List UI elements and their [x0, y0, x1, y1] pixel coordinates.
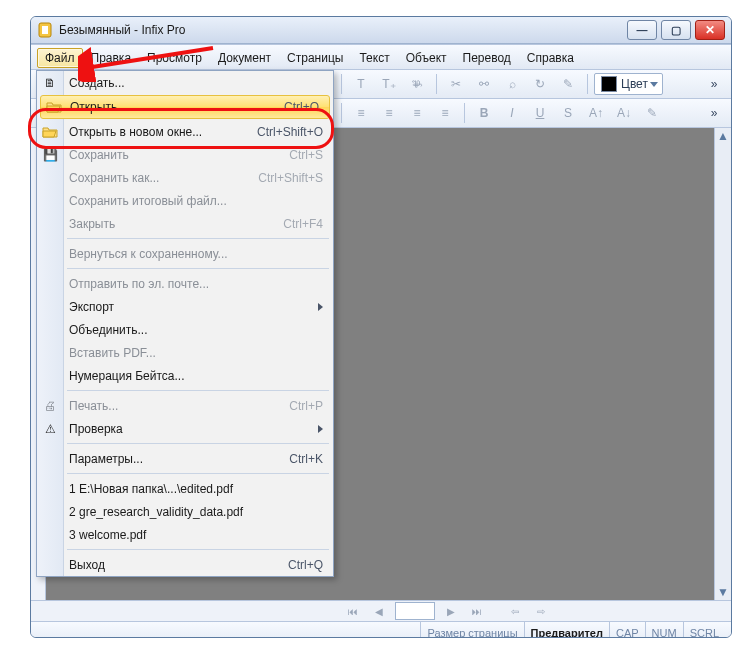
highlight-icon[interactable]: ✎	[639, 101, 665, 125]
underline-icon[interactable]: U	[527, 101, 553, 125]
save-icon: 💾	[41, 146, 59, 164]
menu-document[interactable]: Документ	[210, 48, 279, 68]
menu-email[interactable]: Отправить по эл. почте...	[37, 272, 333, 295]
overflow-icon-2[interactable]: »	[701, 101, 727, 125]
scroll-up-icon[interactable]: ▲	[715, 128, 731, 144]
subscript-icon[interactable]: A↓	[611, 101, 637, 125]
rotate-icon[interactable]: ↻	[527, 72, 553, 96]
menu-pages[interactable]: Страницы	[279, 48, 351, 68]
close-button[interactable]: ✕	[695, 20, 725, 40]
nav-forward-icon[interactable]: ⇨	[531, 602, 551, 620]
submenu-arrow-icon	[318, 425, 323, 433]
link-icon[interactable]: ⚯	[471, 72, 497, 96]
vertical-scrollbar[interactable]: ▲ ▼	[714, 128, 731, 600]
menu-recent-1[interactable]: 1 E:\Новая папка\...\edited.pdf	[37, 477, 333, 500]
align-justify-icon[interactable]: ≡	[432, 101, 458, 125]
status-cap: CAP	[609, 622, 645, 638]
align-right-icon[interactable]: ≡	[404, 101, 430, 125]
menu-recent-2[interactable]: 2 gre_research_validity_data.pdf	[37, 500, 333, 523]
printer-icon: 🖨	[41, 397, 59, 415]
minimize-button[interactable]: —	[627, 20, 657, 40]
menu-text[interactable]: Текст	[351, 48, 397, 68]
menu-close[interactable]: Закрыть Ctrl+F4	[37, 212, 333, 235]
bold-icon[interactable]: B	[471, 101, 497, 125]
menu-export[interactable]: Экспорт	[37, 295, 333, 318]
menu-edit[interactable]: Правка	[83, 48, 140, 68]
menu-file[interactable]: Файл	[37, 48, 83, 68]
color-label: Цвет	[621, 77, 648, 91]
menu-object[interactable]: Объект	[398, 48, 455, 68]
menu-bates[interactable]: Нумерация Бейтса...	[37, 364, 333, 387]
nav-next-icon[interactable]: ▶	[441, 602, 461, 620]
menu-insert-pdf[interactable]: Вставить PDF...	[37, 341, 333, 364]
overflow-icon[interactable]: »	[701, 72, 727, 96]
menu-revert[interactable]: Вернуться к сохраненному...	[37, 242, 333, 265]
status-page-size: Размер страницы	[420, 622, 523, 638]
color-swatch	[601, 76, 617, 92]
submenu-arrow-icon	[318, 303, 323, 311]
text-link-icon[interactable]: ⅌	[404, 72, 430, 96]
text-tool-icon[interactable]: T	[348, 72, 374, 96]
nav-prev-icon[interactable]: ◀	[369, 602, 389, 620]
menubar: Файл Правка Просмотр Документ Страницы Т…	[31, 44, 731, 70]
status-num: NUM	[645, 622, 683, 638]
file-menu-dropdown: 🗎 Создать... Открыть... Ctrl+O Открыть в…	[36, 70, 334, 577]
menu-save-as[interactable]: Сохранить как... Ctrl+Shift+S	[37, 166, 333, 189]
status-scrl: SCRL	[683, 622, 725, 638]
nav-last-icon[interactable]: ⏭	[467, 602, 487, 620]
text-plus-icon[interactable]: T₊	[376, 72, 402, 96]
window-title: Безымянный - Infix Pro	[59, 23, 623, 37]
app-icon	[37, 22, 53, 38]
warning-icon: ⚠	[41, 420, 59, 438]
menu-recent-3[interactable]: 3 welcome.pdf	[37, 523, 333, 546]
menu-create[interactable]: 🗎 Создать...	[37, 71, 333, 94]
page-nav: ⏮ ◀ ▶ ⏭ ⇦ ⇨	[31, 601, 731, 622]
folder-open-icon	[45, 98, 63, 116]
statusbar: Размер страницы Предварител CAP NUM SCRL	[31, 622, 731, 638]
pencil-icon[interactable]: ✎	[555, 72, 581, 96]
menu-open[interactable]: Открыть... Ctrl+O	[40, 95, 330, 119]
italic-icon[interactable]: I	[499, 101, 525, 125]
nav-back-icon[interactable]: ⇦	[505, 602, 525, 620]
superscript-icon[interactable]: A↑	[583, 101, 609, 125]
menu-translate[interactable]: Перевод	[455, 48, 519, 68]
page-number-field[interactable]	[395, 602, 435, 620]
menu-check[interactable]: ⚠ Проверка	[37, 417, 333, 440]
menu-view[interactable]: Просмотр	[139, 48, 210, 68]
new-doc-icon: 🗎	[41, 74, 59, 92]
menu-print[interactable]: 🖨 Печать... Ctrl+P	[37, 394, 333, 417]
camera-icon[interactable]: ⌕	[499, 72, 525, 96]
menu-open-new-window[interactable]: Открыть в новом окне... Ctrl+Shift+O	[37, 120, 333, 143]
nav-first-icon[interactable]: ⏮	[343, 602, 363, 620]
maximize-button[interactable]: ▢	[661, 20, 691, 40]
menu-save[interactable]: 💾 Сохранить Ctrl+S	[37, 143, 333, 166]
status-preview[interactable]: Предварител	[524, 622, 609, 638]
titlebar: Безымянный - Infix Pro — ▢ ✕	[31, 17, 731, 44]
folder-open-icon	[41, 123, 59, 141]
menu-help[interactable]: Справка	[519, 48, 582, 68]
align-center-icon[interactable]: ≡	[376, 101, 402, 125]
scroll-down-icon[interactable]: ▼	[715, 584, 731, 600]
menu-join[interactable]: Объединить...	[37, 318, 333, 341]
strike-icon[interactable]: S	[555, 101, 581, 125]
menu-save-final[interactable]: Сохранить итоговый файл...	[37, 189, 333, 212]
menu-preferences[interactable]: Параметры... Ctrl+K	[37, 447, 333, 470]
menu-exit[interactable]: Выход Ctrl+Q	[37, 553, 333, 576]
align-left-icon[interactable]: ≡	[348, 101, 374, 125]
svg-rect-1	[42, 26, 48, 34]
color-picker[interactable]: Цвет	[594, 73, 663, 95]
crop-icon[interactable]: ✂	[443, 72, 469, 96]
